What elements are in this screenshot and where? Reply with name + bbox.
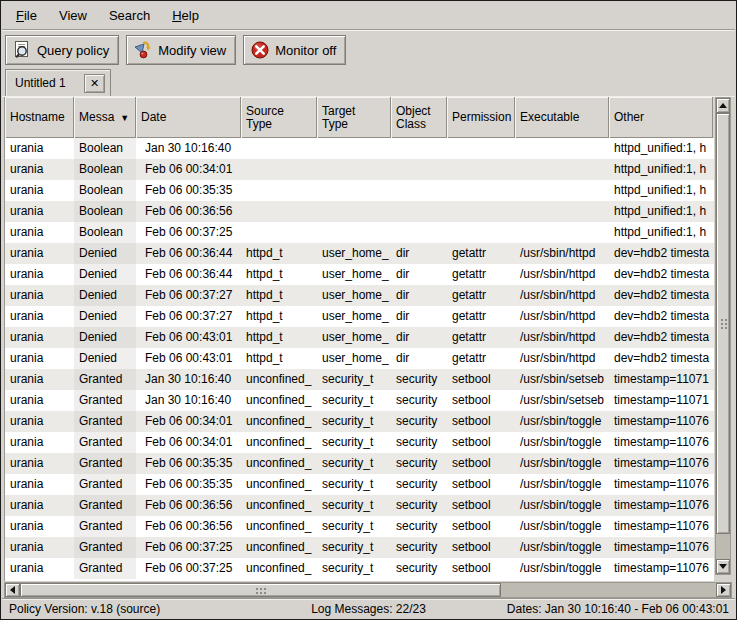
cell-other: timestamp=11071	[609, 369, 713, 390]
column-header-source-type[interactable]: Source Type	[241, 97, 317, 138]
column-header-hostname[interactable]: Hostname	[5, 97, 74, 138]
cell-source-type: httpd_t	[241, 243, 317, 264]
scroll-up-button[interactable]	[716, 98, 730, 113]
scroll-left-button[interactable]	[5, 583, 20, 597]
cell-hostname: urania	[5, 432, 74, 453]
table-row[interactable]: uraniaGrantedFeb 06 00:37:25unconfined_s…	[5, 537, 714, 558]
cell-permission: setbool	[447, 411, 515, 432]
vertical-scrollbar-thumb[interactable]	[716, 113, 730, 534]
cell-message: Granted	[74, 537, 136, 558]
table-row[interactable]: uraniaGrantedFeb 06 00:34:01unconfined_s…	[5, 432, 714, 453]
cell-target-type	[317, 201, 391, 222]
log-messages-status: Log Messages: 22/23	[311, 602, 426, 616]
cell-message: Boolean	[74, 201, 136, 222]
monitor-off-button[interactable]: Monitor off	[243, 35, 346, 65]
menu-help[interactable]: Help	[164, 3, 207, 28]
table-row[interactable]: uraniaDeniedFeb 06 00:43:01httpd_tuser_h…	[5, 327, 714, 348]
scroll-down-button[interactable]	[716, 559, 730, 574]
table-row[interactable]: uraniaBooleanFeb 06 00:36:56httpd_unifie…	[5, 201, 714, 222]
cell-date: Feb 06 00:37:27	[136, 285, 241, 306]
cell-target-type: security_t	[317, 390, 391, 411]
cell-object-class: dir	[391, 243, 447, 264]
column-header-label: Source Type	[246, 105, 284, 131]
column-header-other[interactable]: Other	[609, 97, 713, 138]
table-row[interactable]: uraniaGrantedJan 30 10:16:40unconfined_s…	[5, 390, 714, 411]
cell-other: dev=hdb2 timesta	[609, 327, 713, 348]
table-row[interactable]: uraniaGrantedFeb 06 00:35:35unconfined_s…	[5, 474, 714, 495]
dates-status: Dates: Jan 30 10:16:40 - Feb 06 00:43:01	[507, 602, 729, 616]
column-header-object-class[interactable]: Object Class	[391, 97, 447, 138]
cell-message: Denied	[74, 327, 136, 348]
cell-object-class: dir	[391, 327, 447, 348]
cell-permission: setbool	[447, 474, 515, 495]
column-header-executable[interactable]: Executable	[515, 97, 609, 138]
table-row[interactable]: uraniaBooleanFeb 06 00:35:35httpd_unifie…	[5, 180, 714, 201]
cell-object-class	[391, 201, 447, 222]
cell-other: dev=hdb2 timesta	[609, 306, 713, 327]
column-header-target-type[interactable]: Target Type	[317, 97, 391, 138]
cell-hostname: urania	[5, 516, 74, 537]
table-row[interactable]: uraniaGrantedFeb 06 00:34:01unconfined_s…	[5, 411, 714, 432]
column-header-label: Object Class	[396, 105, 431, 131]
cell-permission: setbool	[447, 537, 515, 558]
query-policy-button[interactable]: Query policy	[5, 35, 119, 65]
cell-date: Feb 06 00:36:44	[136, 243, 241, 264]
cell-date: Feb 06 00:35:35	[136, 180, 241, 201]
table-row[interactable]: uraniaDeniedFeb 06 00:43:01httpd_tuser_h…	[5, 348, 714, 369]
cell-executable	[515, 201, 609, 222]
cell-other: timestamp=11076	[609, 516, 713, 537]
cell-source-type: httpd_t	[241, 327, 317, 348]
table-row[interactable]: uraniaBooleanFeb 06 00:37:25httpd_unifie…	[5, 222, 714, 243]
cell-object-class	[391, 180, 447, 201]
cell-date: Jan 30 10:16:40	[136, 369, 241, 390]
horizontal-scrollbar-thumb[interactable]	[20, 583, 501, 597]
cell-source-type	[241, 138, 317, 159]
table-row[interactable]: uraniaGrantedFeb 06 00:35:35unconfined_s…	[5, 453, 714, 474]
cell-executable: /usr/sbin/toggle	[515, 516, 609, 537]
table-row[interactable]: uraniaDeniedFeb 06 00:36:44httpd_tuser_h…	[5, 264, 714, 285]
scroll-right-button[interactable]	[716, 583, 731, 597]
column-header-message[interactable]: Messa▼	[74, 97, 136, 138]
table-row[interactable]: uraniaBooleanFeb 06 00:34:01httpd_unifie…	[5, 159, 714, 180]
cell-date: Feb 06 00:35:35	[136, 474, 241, 495]
table-row[interactable]: uraniaDeniedFeb 06 00:37:27httpd_tuser_h…	[5, 285, 714, 306]
cell-message: Denied	[74, 243, 136, 264]
table-row[interactable]: uraniaDeniedFeb 06 00:36:44httpd_tuser_h…	[5, 243, 714, 264]
table-row[interactable]: uraniaBooleanJan 30 10:16:40httpd_unifie…	[5, 138, 714, 159]
app-window: File View Search Help Query policy	[0, 0, 737, 620]
cell-target-type: security_t	[317, 453, 391, 474]
cell-source-type: httpd_t	[241, 285, 317, 306]
table-row[interactable]: uraniaGrantedFeb 06 00:36:56unconfined_s…	[5, 516, 714, 537]
cell-hostname: urania	[5, 537, 74, 558]
column-header-date[interactable]: Date	[136, 97, 241, 138]
arrow-down-icon	[719, 564, 727, 569]
vertical-scrollbar[interactable]	[715, 97, 731, 575]
cell-target-type: user_home_	[317, 243, 391, 264]
tab-untitled-1[interactable]: Untitled 1 ✕	[5, 69, 111, 96]
modify-view-button[interactable]: Modify view	[126, 35, 236, 65]
column-header-permission[interactable]: Permission	[447, 97, 515, 138]
cell-date: Feb 06 00:34:01	[136, 432, 241, 453]
menu-search[interactable]: Search	[101, 3, 158, 28]
column-header-label: Hostname	[10, 111, 65, 124]
horizontal-scrollbar[interactable]	[4, 582, 732, 598]
table-body: uraniaBooleanJan 30 10:16:40httpd_unifie…	[5, 138, 714, 581]
cell-executable: /usr/sbin/httpd	[515, 306, 609, 327]
cell-permission: getattr	[447, 348, 515, 369]
cell-executable: /usr/sbin/setseb	[515, 390, 609, 411]
cell-target-type	[317, 159, 391, 180]
cell-source-type	[241, 159, 317, 180]
cell-date: Jan 30 10:16:40	[136, 138, 241, 159]
cell-object-class	[391, 138, 447, 159]
table-row[interactable]: uraniaGrantedFeb 06 00:37:25unconfined_s…	[5, 558, 714, 579]
menu-view[interactable]: View	[51, 3, 95, 28]
close-tab-button[interactable]: ✕	[84, 74, 105, 93]
cell-message: Granted	[74, 432, 136, 453]
table-row[interactable]: uraniaDeniedFeb 06 00:37:27httpd_tuser_h…	[5, 306, 714, 327]
menu-file[interactable]: File	[8, 3, 45, 28]
table-row[interactable]: uraniaGrantedFeb 06 00:36:56unconfined_s…	[5, 495, 714, 516]
cell-permission: setbool	[447, 558, 515, 579]
cell-object-class: dir	[391, 348, 447, 369]
table-row[interactable]: uraniaGrantedJan 30 10:16:40unconfined_s…	[5, 369, 714, 390]
cell-permission: getattr	[447, 306, 515, 327]
